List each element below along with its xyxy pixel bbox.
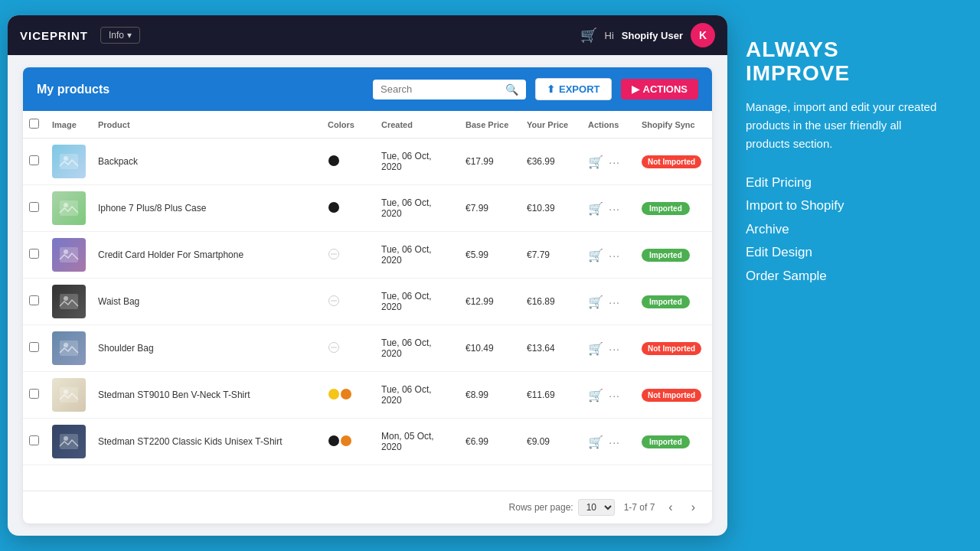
search-input[interactable]	[381, 83, 501, 95]
row-checkbox[interactable]	[29, 249, 39, 259]
row-checkbox[interactable]	[29, 435, 39, 445]
add-to-shopify-icon[interactable]: 🛒	[588, 435, 603, 448]
row-checkbox[interactable]	[29, 202, 39, 212]
svg-rect-2	[60, 201, 78, 216]
export-button[interactable]: ⬆ EXPORT	[535, 78, 611, 100]
base-price: €12.99	[459, 279, 521, 325]
created-date: Tue, 06 Oct, 2020	[375, 279, 459, 325]
more-actions-icon[interactable]: ···	[609, 296, 620, 308]
svg-rect-4	[60, 247, 78, 262]
product-image	[52, 238, 86, 272]
your-price: €10.39	[521, 185, 582, 232]
your-price: €36.99	[521, 139, 582, 185]
col-header-your-price: Your Price	[521, 111, 582, 139]
product-image	[52, 425, 86, 458]
svg-point-3	[64, 203, 68, 207]
rows-per-page-select[interactable]: 10 25 50	[578, 499, 615, 516]
row-checkbox[interactable]	[29, 295, 39, 305]
color-dot	[328, 202, 339, 213]
product-image	[52, 145, 86, 178]
col-header-actions: Actions	[582, 111, 635, 139]
col-header-shopify-sync: Shopify Sync	[635, 111, 712, 139]
nav-right: 🛒 Hi Shopify User K	[580, 23, 715, 47]
add-to-shopify-icon[interactable]: 🛒	[588, 342, 603, 355]
add-to-shopify-icon[interactable]: 🛒	[588, 202, 603, 215]
play-icon: ▶	[632, 83, 639, 95]
actions-button[interactable]: ▶ ACTIONS	[621, 79, 699, 99]
rows-per-page: Rows per page: 10 25 50	[509, 499, 615, 516]
svg-rect-6	[60, 294, 78, 309]
row-checkbox[interactable]	[29, 155, 39, 165]
add-to-shopify-icon[interactable]: 🛒	[588, 249, 603, 262]
next-page-button[interactable]: ›	[687, 499, 700, 516]
color-dot	[328, 389, 339, 399]
info-button[interactable]: Info ▾	[100, 27, 140, 44]
main-content: My products 🔍 ⬆ EXPORT ▶ ACTIONS	[8, 55, 727, 536]
created-date: Tue, 06 Oct, 2020	[375, 185, 459, 232]
base-price: €17.99	[459, 139, 521, 185]
add-to-shopify-icon[interactable]: 🛒	[588, 155, 603, 168]
more-actions-icon[interactable]: ···	[609, 343, 620, 355]
more-actions-icon[interactable]: ···	[609, 436, 620, 448]
product-name: Backpack	[92, 139, 322, 185]
svg-point-13	[64, 436, 68, 441]
chevron-down-icon: ▾	[127, 30, 132, 41]
product-thumb-svg	[58, 431, 80, 452]
app-logo: VICEPRINT	[20, 29, 88, 42]
product-image	[52, 378, 86, 412]
table-row: Backpack Tue, 06 Oct, 2020 €17.99 €36.99…	[23, 139, 712, 185]
feature-item: Edit Pricing	[746, 171, 946, 195]
app-panel: VICEPRINT Info ▾ 🛒 Hi Shopify User K My …	[8, 15, 727, 536]
svg-point-7	[64, 296, 68, 301]
table-row: Credit Card Holder For Smartphone Tue, 0…	[23, 232, 712, 279]
col-header-image: Image	[46, 111, 92, 139]
table-row: Iphone 7 Plus/8 Plus Case Tue, 06 Oct, 2…	[23, 185, 712, 232]
select-all-checkbox[interactable]	[29, 119, 39, 129]
created-date: Tue, 06 Oct, 2020	[375, 372, 459, 419]
product-thumb-svg	[58, 151, 80, 172]
more-actions-icon[interactable]: ···	[609, 249, 620, 262]
top-nav: VICEPRINT Info ▾ 🛒 Hi Shopify User K	[8, 15, 727, 55]
row-checkbox[interactable]	[29, 389, 39, 399]
right-description: Manage, import and edit your created pro…	[746, 98, 946, 153]
feature-item: Import to Shopify	[746, 194, 946, 218]
cart-icon[interactable]: 🛒	[580, 27, 597, 44]
col-header-base-price: Base Price	[459, 111, 521, 139]
color-dot	[328, 342, 339, 353]
color-dot	[341, 389, 351, 399]
products-header: My products 🔍 ⬆ EXPORT ▶ ACTIONS	[23, 67, 712, 111]
created-date: Tue, 06 Oct, 2020	[375, 325, 459, 372]
more-actions-icon[interactable]: ···	[609, 156, 620, 168]
add-to-shopify-icon[interactable]: 🛒	[588, 295, 603, 308]
more-actions-icon[interactable]: ···	[609, 390, 620, 402]
your-price: €7.79	[521, 232, 582, 279]
export-icon: ⬆	[547, 83, 555, 95]
svg-point-11	[64, 390, 68, 394]
feature-item: Archive	[746, 218, 946, 242]
base-price: €10.49	[459, 325, 521, 372]
svg-rect-8	[60, 341, 78, 356]
table-row: Stedman ST2200 Classic Kids Unisex T-Shi…	[23, 419, 712, 465]
svg-rect-12	[60, 434, 78, 449]
product-image	[52, 285, 86, 318]
prev-page-button[interactable]: ‹	[664, 499, 677, 516]
right-features: Edit PricingImport to ShopifyArchiveEdit…	[746, 171, 946, 289]
avatar[interactable]: K	[691, 23, 715, 47]
col-header-product: Product	[92, 111, 322, 139]
shopify-status-badge: Not Imported	[642, 389, 701, 402]
shopify-status-badge: Imported	[642, 202, 690, 215]
created-date: Tue, 06 Oct, 2020	[375, 232, 459, 279]
color-dot	[328, 295, 339, 306]
your-price: €9.09	[521, 419, 582, 465]
base-price: €5.99	[459, 232, 521, 279]
search-box: 🔍	[373, 80, 526, 99]
table-wrapper: Image Product Colors Created Base Price …	[23, 111, 712, 491]
more-actions-icon[interactable]: ···	[609, 203, 620, 215]
svg-rect-10	[60, 387, 78, 403]
row-checkbox[interactable]	[29, 342, 39, 352]
product-name: Iphone 7 Plus/8 Plus Case	[92, 185, 322, 232]
svg-point-5	[64, 249, 68, 254]
product-thumb-svg	[58, 337, 80, 359]
add-to-shopify-icon[interactable]: 🛒	[588, 389, 603, 402]
nav-hi-text: Hi	[605, 30, 614, 41]
